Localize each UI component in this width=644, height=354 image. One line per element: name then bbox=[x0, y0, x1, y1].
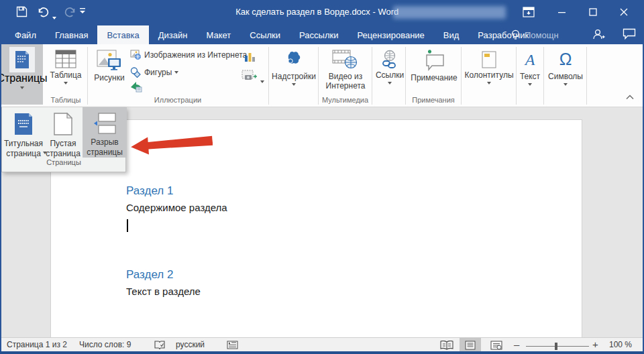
online-pictures-icon bbox=[130, 50, 142, 60]
tell-me-label: Помощн bbox=[525, 30, 559, 40]
print-layout-icon[interactable] bbox=[465, 341, 476, 350]
comment-button[interactable]: Примечание bbox=[408, 46, 460, 82]
pages-menu-group-label: Страницы bbox=[2, 158, 125, 166]
tell-me-box[interactable]: Помощн bbox=[511, 25, 559, 44]
zoom-slider-handle[interactable] bbox=[555, 343, 557, 350]
tab-references[interactable]: Ссылки bbox=[240, 25, 290, 44]
cover-page-item[interactable]: Титульная страница bbox=[3, 109, 44, 154]
share-person-icon[interactable] bbox=[592, 28, 605, 41]
keyboard-icon[interactable] bbox=[227, 341, 238, 349]
symbols-button-label: Символы bbox=[548, 72, 583, 81]
comment-button-label: Примечание bbox=[411, 73, 457, 82]
undo-dropdown-caret[interactable] bbox=[52, 10, 56, 22]
symbols-caret-icon bbox=[564, 83, 568, 86]
screenshot-caret-icon[interactable] bbox=[260, 74, 264, 86]
table-button[interactable]: Таблица bbox=[46, 46, 86, 84]
window-title: Как сделать раздел в Ворде.docx - Word bbox=[235, 7, 398, 17]
undo-icon[interactable] bbox=[37, 6, 49, 18]
text-button[interactable]: A Текст bbox=[517, 46, 543, 86]
document-page[interactable]: Раздел 1 Содержимое раздела Раздел 2 Тек… bbox=[50, 119, 582, 337]
minimize-button[interactable] bbox=[547, 0, 577, 24]
blank-page-icon bbox=[54, 113, 72, 135]
zoom-percentage[interactable]: 100 % bbox=[609, 340, 632, 349]
page-indicator[interactable]: Страница 1 из 2 bbox=[7, 340, 67, 349]
page-break-item[interactable]: Разрыв страницы bbox=[83, 107, 127, 158]
close-button[interactable] bbox=[609, 0, 639, 24]
doc-paragraph-2[interactable]: Текст в разделе bbox=[126, 286, 201, 297]
table-icon bbox=[55, 50, 76, 68]
tab-file[interactable]: Файл bbox=[5, 25, 46, 44]
shapes-label: Фигуры bbox=[144, 68, 172, 77]
pages-dropdown-panel: Титульная страница Пустая страница Разры… bbox=[1, 107, 126, 172]
pages-icon bbox=[9, 47, 35, 72]
language-indicator[interactable]: русский bbox=[176, 340, 205, 349]
tab-design[interactable]: Дизайн bbox=[149, 25, 197, 44]
ribbon-display-options-icon[interactable] bbox=[514, 0, 543, 24]
cover-page-icon bbox=[14, 113, 33, 135]
collapse-ribbon-icon[interactable] bbox=[625, 94, 635, 100]
tab-home[interactable]: Главная bbox=[46, 25, 97, 44]
pages-group-button[interactable]: Страницы bbox=[1, 44, 43, 105]
redo-icon[interactable] bbox=[62, 6, 74, 18]
group-divider bbox=[516, 47, 517, 105]
text-cursor bbox=[127, 219, 128, 232]
zoom-slider-track[interactable] bbox=[526, 346, 589, 347]
tab-insert[interactable]: Вставка bbox=[97, 25, 148, 44]
text-button-label: Текст bbox=[520, 72, 540, 81]
smartart-icon[interactable] bbox=[130, 81, 142, 93]
user-account-blurred bbox=[393, 6, 506, 19]
cover-page-label: Титульная страница bbox=[3, 139, 44, 159]
symbols-button[interactable]: Ω Символы bbox=[546, 46, 585, 86]
proofing-icon[interactable] bbox=[154, 340, 165, 350]
zoom-out-icon[interactable]: – bbox=[514, 339, 519, 350]
tab-view[interactable]: Вид bbox=[434, 25, 469, 44]
shapes-icon bbox=[130, 67, 142, 78]
doc-paragraph-1[interactable]: Содержимое раздела bbox=[126, 202, 227, 213]
links-button[interactable]: Ссылки bbox=[374, 46, 405, 84]
group-divider bbox=[543, 47, 544, 105]
comments-group-label: Примечания bbox=[406, 96, 461, 104]
pictures-button-label: Рисунки bbox=[94, 73, 124, 82]
maximize-button[interactable] bbox=[578, 0, 608, 24]
window-border-bottom bbox=[0, 351, 644, 354]
addins-button[interactable]: Надстройки bbox=[271, 46, 317, 86]
chart-icon[interactable] bbox=[244, 51, 256, 62]
tables-group-label: Таблицы bbox=[46, 96, 86, 104]
online-pictures-button[interactable]: Изображения из Интернета bbox=[130, 50, 247, 60]
header-footer-label: Колонтитулы bbox=[464, 70, 513, 80]
doc-heading-2[interactable]: Раздел 2 bbox=[126, 268, 173, 282]
comments-pane-icon[interactable] bbox=[623, 28, 636, 40]
header-footer-icon bbox=[482, 51, 496, 68]
tab-review[interactable]: Рецензирование bbox=[347, 25, 433, 44]
pages-caret-icon bbox=[20, 86, 24, 89]
online-video-button[interactable]: Видео из Интернета bbox=[321, 46, 370, 91]
screenshot-icon[interactable] bbox=[241, 70, 258, 82]
page-break-label: Разрыв страницы bbox=[83, 137, 127, 158]
group-divider bbox=[372, 47, 372, 105]
web-layout-icon[interactable] bbox=[490, 341, 502, 350]
doc-heading-1[interactable]: Раздел 1 bbox=[126, 184, 173, 198]
page-break-icon bbox=[93, 113, 116, 134]
addins-button-label: Надстройки bbox=[272, 72, 316, 81]
header-footer-button[interactable]: Колонтитулы bbox=[463, 46, 515, 84]
pictures-button[interactable]: Рисунки bbox=[89, 46, 129, 82]
save-icon[interactable] bbox=[16, 6, 28, 18]
group-divider bbox=[268, 47, 269, 105]
comment-add-icon bbox=[422, 50, 446, 71]
text-caret-icon bbox=[528, 83, 532, 86]
word-count[interactable]: Число слов: 9 bbox=[79, 340, 131, 349]
read-mode-icon[interactable] bbox=[440, 341, 453, 350]
tab-layout[interactable]: Макет bbox=[197, 25, 240, 44]
window-border-left bbox=[0, 0, 1, 354]
group-divider bbox=[461, 47, 462, 105]
tab-mailings[interactable]: Рассылки bbox=[290, 25, 347, 44]
zoom-in-icon[interactable]: + bbox=[592, 339, 598, 350]
group-divider bbox=[586, 47, 587, 105]
shapes-button[interactable]: Фигуры bbox=[130, 67, 178, 78]
illustrations-group-label: Иллюстрации bbox=[89, 96, 266, 104]
header-footer-caret-icon bbox=[487, 82, 491, 84]
blank-page-item[interactable]: Пустая страница bbox=[44, 109, 83, 159]
status-bar: Страница 1 из 2 Число слов: 9 русский – … bbox=[0, 337, 644, 351]
customize-qat-icon[interactable] bbox=[79, 7, 86, 15]
table-caret-icon bbox=[64, 82, 68, 84]
